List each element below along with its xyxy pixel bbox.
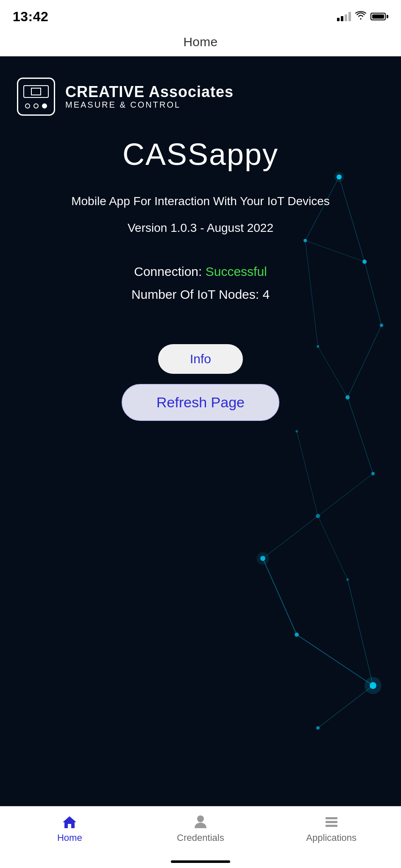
svg-point-10 (346, 579, 349, 581)
tab-applications[interactable]: Applications (266, 815, 397, 843)
svg-point-5 (345, 395, 350, 400)
svg-point-0 (337, 175, 342, 180)
svg-point-8 (316, 514, 320, 518)
svg-point-1 (304, 239, 307, 242)
svg-point-2 (362, 260, 367, 264)
tab-credentials[interactable]: Credentials (135, 815, 266, 843)
company-logo-icon (17, 78, 55, 116)
svg-point-13 (316, 726, 320, 730)
logo-section: CREATIVE Associates MEASURE & CONTROL (17, 78, 234, 116)
person-icon (193, 815, 208, 830)
svg-line-24 (263, 516, 318, 559)
svg-point-34 (197, 815, 204, 822)
info-button[interactable]: Info (158, 344, 243, 374)
buttons-section: Info Refresh Page (122, 344, 279, 421)
svg-line-29 (318, 686, 373, 728)
svg-point-11 (295, 633, 299, 637)
svg-line-17 (365, 262, 382, 326)
svg-line-22 (297, 431, 318, 516)
svg-point-12 (370, 682, 376, 689)
company-name: CREATIVE Associates (65, 83, 234, 100)
tab-home-label: Home (57, 832, 82, 843)
svg-marker-33 (63, 816, 76, 828)
logo-btn-2 (33, 103, 39, 108)
svg-rect-36 (326, 821, 337, 823)
tab-bar: Home Credentials Applications (0, 806, 401, 857)
svg-line-26 (263, 559, 297, 635)
connection-label: Connection: (134, 264, 205, 278)
svg-line-19 (348, 326, 382, 398)
tab-applications-label: Applications (306, 832, 356, 843)
signal-icon (337, 12, 351, 21)
page-title: Home (183, 35, 217, 49)
logo-btn-1 (25, 103, 30, 108)
svg-point-4 (317, 345, 319, 348)
logo-screen (23, 85, 49, 98)
svg-point-3 (380, 324, 383, 327)
applications-icon (324, 815, 339, 830)
svg-line-15 (339, 177, 365, 262)
refresh-button[interactable]: Refresh Page (122, 384, 279, 421)
svg-line-25 (318, 516, 348, 580)
company-tagline: MEASURE & CONTROL (65, 100, 234, 110)
iot-nodes: Number Of IoT Nodes: 4 (131, 287, 270, 302)
status-icons (337, 11, 388, 22)
tab-credentials-label: Credentials (177, 832, 224, 843)
svg-line-27 (348, 580, 373, 686)
svg-point-7 (371, 472, 375, 476)
wifi-icon (355, 11, 366, 22)
svg-point-6 (295, 430, 298, 433)
svg-line-18 (305, 241, 318, 347)
svg-point-32 (334, 172, 344, 182)
svg-rect-37 (326, 825, 337, 827)
svg-point-30 (365, 677, 382, 694)
svg-point-31 (256, 552, 269, 565)
home-icon (62, 815, 77, 830)
nav-bar: Home (0, 30, 401, 56)
svg-line-21 (348, 398, 373, 474)
svg-line-16 (305, 241, 365, 262)
app-title: CASSappy (123, 137, 278, 172)
home-indicator-bar (171, 860, 230, 863)
home-indicator (0, 857, 401, 868)
logo-buttons (25, 103, 47, 108)
main-content: CREATIVE Associates MEASURE & CONTROL CA… (0, 56, 401, 806)
logo-text: CREATIVE Associates MEASURE & CONTROL (65, 83, 234, 110)
connection-value: Successful (206, 264, 267, 278)
logo-btn-3 (42, 103, 47, 108)
svg-line-23 (318, 474, 373, 516)
battery-icon (370, 13, 388, 20)
app-description: Mobile App For Interaction With Your IoT… (71, 193, 330, 209)
status-time: 13:42 (13, 9, 48, 25)
svg-point-9 (260, 556, 265, 561)
tab-home[interactable]: Home (4, 815, 135, 843)
app-version: Version 1.0.3 - August 2022 (128, 221, 273, 235)
svg-line-20 (318, 347, 348, 398)
svg-rect-35 (326, 817, 337, 819)
status-section: Connection: Successful Number Of IoT Nod… (131, 264, 270, 302)
status-bar: 13:42 (0, 0, 401, 30)
svg-line-28 (297, 635, 373, 686)
connection-status: Connection: Successful (131, 264, 270, 279)
